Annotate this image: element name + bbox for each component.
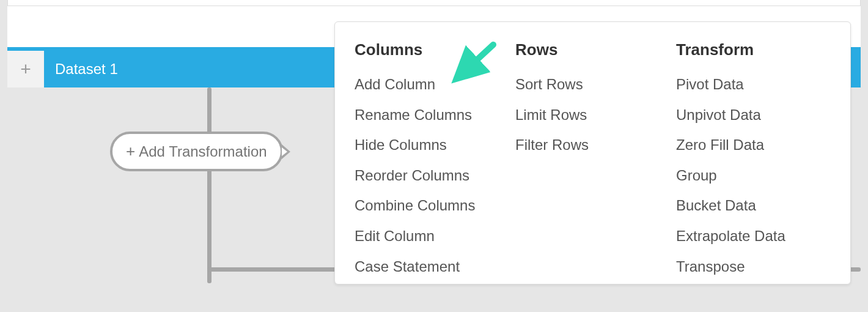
- add-transformation-button[interactable]: + Add Transformation: [110, 132, 283, 171]
- add-transformation-label: Add Transformation: [139, 143, 267, 160]
- popup-column-rows: Rows Sort Rows Limit Rows Filter Rows: [515, 40, 670, 278]
- menu-item-rename-columns[interactable]: Rename Columns: [355, 100, 509, 130]
- menu-item-limit-rows[interactable]: Limit Rows: [515, 100, 670, 130]
- menu-item-unpivot-data[interactable]: Unpivot Data: [676, 100, 831, 130]
- chip-pointer-icon: [282, 144, 290, 159]
- menu-item-filter-rows[interactable]: Filter Rows: [515, 130, 670, 160]
- add-transformation-chip-wrap: + Add Transformation: [110, 132, 290, 171]
- top-panel-edge: [7, 0, 861, 6]
- menu-item-reorder-columns[interactable]: Reorder Columns: [355, 160, 509, 191]
- plus-icon: +: [20, 60, 31, 78]
- columns-heading: Columns: [355, 40, 509, 59]
- menu-item-pivot-data[interactable]: Pivot Data: [676, 69, 831, 100]
- transform-heading: Transform: [676, 40, 831, 59]
- menu-item-combine-columns[interactable]: Combine Columns: [355, 190, 509, 221]
- popup-column-columns: Columns Add Column Rename Columns Hide C…: [355, 40, 509, 278]
- menu-item-sort-rows[interactable]: Sort Rows: [515, 69, 670, 100]
- dataset-name-label[interactable]: Dataset 1: [55, 61, 118, 78]
- menu-item-edit-column[interactable]: Edit Column: [355, 221, 509, 251]
- menu-item-case-statement[interactable]: Case Statement: [355, 251, 509, 282]
- menu-item-zero-fill-data[interactable]: Zero Fill Data: [676, 130, 831, 160]
- popup-column-transform: Transform Pivot Data Unpivot Data Zero F…: [676, 40, 831, 278]
- plus-icon: +: [126, 142, 135, 161]
- menu-item-bucket-data[interactable]: Bucket Data: [676, 190, 831, 221]
- rows-heading: Rows: [515, 40, 670, 59]
- menu-item-hide-columns[interactable]: Hide Columns: [355, 130, 509, 160]
- menu-item-transpose[interactable]: Transpose: [676, 251, 831, 282]
- menu-item-group[interactable]: Group: [676, 160, 831, 191]
- transformation-menu-popup: Columns Add Column Rename Columns Hide C…: [334, 21, 851, 284]
- menu-item-extrapolate-data[interactable]: Extrapolate Data: [676, 221, 831, 251]
- pipeline-connector-vertical: [207, 87, 211, 283]
- add-dataset-button[interactable]: +: [7, 51, 44, 87]
- menu-item-add-column[interactable]: Add Column: [355, 69, 509, 100]
